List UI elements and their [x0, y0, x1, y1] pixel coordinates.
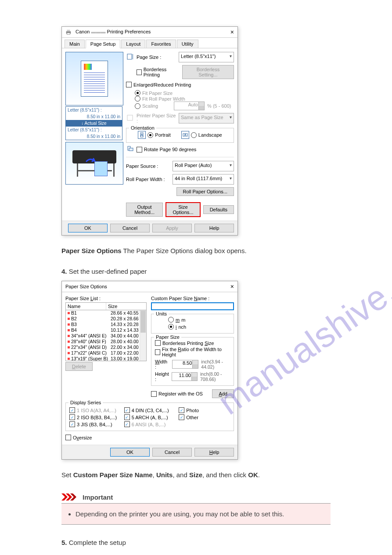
rotate-icon — [126, 145, 134, 153]
width-label: Width : — [155, 359, 169, 370]
ok-button[interactable]: OK — [68, 224, 108, 232]
table-row[interactable]: 34"x44" (ANSI E)34.00 x 44.00 — [66, 333, 146, 339]
cancel-button-2[interactable]: Cancel — [152, 448, 192, 457]
ok-button-2[interactable]: OK — [110, 448, 150, 457]
close-button[interactable]: × — [230, 29, 234, 36]
close-button-2[interactable]: × — [230, 283, 234, 290]
preview-top-label: Letter (8.5"x11") : — [66, 107, 122, 113]
tab-main[interactable]: Main — [65, 40, 85, 48]
scrollbar[interactable] — [140, 310, 146, 361]
paper-size-list-label: Paper Size List : — [65, 296, 147, 301]
settings-pane: Page Size : Letter (8.5"x11") Borderless… — [126, 52, 234, 217]
series-checkbox[interactable]: ✓3 JIS (B3, B4,...) — [69, 421, 121, 427]
roll-paper-options-button[interactable]: Roll Paper Options... — [176, 187, 234, 196]
size-options-button[interactable]: Size Options... — [165, 202, 200, 217]
series-checkbox: ✓6 ANSI (A, B,...) — [124, 421, 176, 427]
svg-rect-5 — [127, 115, 133, 120]
tab-page-setup[interactable]: Page Setup — [86, 40, 121, 48]
enlarged-reduced-checkbox[interactable]: Enlarged/Reduced Printing — [126, 82, 191, 87]
svg-text:A: A — [184, 133, 186, 136]
printer-paper-size-select: Same as Page Size — [179, 113, 234, 123]
preview-bot-label: Letter (8.5"x11") : — [66, 127, 122, 133]
register-os-checkbox[interactable]: Register with the OS — [151, 391, 203, 397]
series-checkbox: ✓1 ISO A(A3, A4,...) — [69, 407, 121, 413]
series-checkbox[interactable]: ✓Other — [179, 414, 230, 420]
table-row[interactable]: 22"x34" (ANSI D)22.00 x 34.00 — [66, 345, 146, 350]
fix-ratio-checkbox[interactable]: Fix the Ratio of the Width to Height — [155, 347, 230, 357]
paper-size-icon — [126, 114, 134, 122]
fit-paper-radio: Fit Paper Size — [135, 90, 173, 96]
cancel-button[interactable]: Cancel — [110, 224, 150, 232]
series-checkbox[interactable]: ✓4 DIN (C3, C4,...) — [124, 407, 176, 413]
borderless-size-checkbox[interactable]: Borderless Printing Size — [155, 340, 214, 346]
intertext-1: Paper Size Options The Paper Size Option… — [61, 246, 331, 256]
rotate-checkbox[interactable]: Rotate Page 90 degrees — [137, 147, 196, 152]
borderless-setting-button: Borderless Setting... — [182, 65, 234, 79]
custom-name-input[interactable] — [151, 302, 234, 310]
scaling-radio: Scaling — [135, 103, 158, 109]
page-size-select[interactable]: Letter (8.5"x11") — [179, 52, 234, 62]
table-row[interactable]: B410.12 x 14.33 — [66, 327, 146, 333]
list-header: Name Size — [65, 302, 147, 310]
table-row[interactable]: B314.33 x 20.28 — [66, 322, 146, 327]
landscape-radio[interactable]: Landscape — [191, 132, 222, 138]
page-size-icon — [126, 53, 134, 61]
height-label: Height : — [155, 371, 169, 382]
table-row[interactable]: 28"x40" (ANSI F)28.00 x 40.00 — [66, 339, 146, 345]
series-checkbox[interactable]: ✓Photo — [179, 407, 230, 413]
paper-size-options-dialog: Paper Size Options × Paper Size List : N… — [61, 281, 238, 460]
paper-source-label: Paper Source : — [126, 163, 170, 169]
titlebar: Canon ▬▬▬ Printing Preferences × — [62, 27, 237, 38]
help-button-2[interactable]: Help — [194, 448, 234, 457]
add-button[interactable]: Add — [212, 389, 234, 398]
printing-preferences-dialog: Canon ▬▬▬ Printing Preferences × Main Pa… — [61, 26, 238, 236]
defaults-button[interactable]: Defaults — [203, 205, 234, 214]
titlebar-2: Paper Size Options × — [62, 281, 237, 292]
svg-rect-3 — [127, 54, 132, 59]
oversize-checkbox[interactable]: Oversize — [65, 435, 92, 440]
preview-top-dim: 8.50 in x 11.00 in — [66, 113, 122, 120]
display-series-group: Display Series ✓1 ISO A(A3, A4,...)✓4 DI… — [65, 403, 234, 431]
custom-section: Custom Paper Size Name : Units mm inch P… — [151, 296, 234, 398]
help-button[interactable]: Help — [194, 224, 234, 232]
svg-rect-11 — [129, 148, 133, 151]
scaling-input: Auto — [174, 102, 205, 110]
tab-favorites[interactable]: Favorites — [146, 40, 176, 48]
table-row[interactable]: B220.28 x 28.66 — [66, 316, 146, 322]
svg-text:A: A — [140, 133, 144, 137]
step-5: 5. Complete the setup — [61, 538, 331, 548]
borderless-checkbox[interactable]: Borderless Printing — [137, 67, 180, 77]
roll-width-label: Roll Paper Width : — [126, 177, 170, 182]
tab-layout[interactable]: Layout — [121, 40, 145, 48]
table-row[interactable]: B128.66 x 40.55 — [66, 310, 146, 316]
portrait-radio[interactable]: Portrait — [147, 132, 170, 138]
fit-roll-radio: Fit Roll Paper Width — [135, 96, 185, 102]
dialog2-title: Paper Size Options — [65, 284, 107, 289]
tab-utility[interactable]: Utility — [177, 40, 198, 48]
printer-paper-size-label: Printer Paper Size : — [137, 113, 176, 123]
units-mm-radio[interactable]: mm — [168, 317, 185, 323]
actual-size-bar: ↓ Actual Size — [66, 120, 122, 127]
apply-button: Apply — [152, 224, 192, 232]
set-instruction: Set Custom Paper Size Name, Units, and S… — [61, 470, 331, 480]
units-inch-radio[interactable]: inch — [168, 324, 186, 330]
height-input[interactable]: 11.00 — [172, 372, 198, 381]
custom-name-label: Custom Paper Size Name : — [151, 296, 234, 301]
table-row[interactable]: 17"x22" (ANSI C)17.00 x 22.00 — [66, 350, 146, 356]
paper-size-group: Paper Size Borderless Printing Size Fix … — [151, 337, 234, 386]
delete-button: Delete — [65, 362, 93, 371]
series-checkbox[interactable]: ✓5 ARCH (A, B,...) — [124, 414, 176, 420]
dialog2-button-row: OK Cancel Help — [62, 445, 237, 459]
series-checkbox[interactable]: ✓2 ISO B(B3, B4,...) — [69, 414, 121, 420]
table-row[interactable]: 13"x19" (Super B)13.00 x 19.00 — [66, 356, 146, 361]
paper-size-list-section: Paper Size List : Name Size B128.66 x 40… — [65, 296, 147, 398]
arrow-icon — [86, 157, 99, 166]
svg-rect-2 — [67, 33, 70, 35]
portrait-icon: A — [138, 131, 146, 139]
width-input[interactable]: 8.50 — [172, 360, 198, 369]
paper-size-list[interactable]: B128.66 x 40.55B220.28 x 28.66B314.33 x … — [65, 310, 147, 361]
paper-source-select[interactable]: Roll Paper (Auto) — [173, 161, 234, 171]
important-box: Depending on the printer you are using, … — [61, 503, 331, 525]
output-method-button[interactable]: Output Method... — [126, 203, 163, 217]
roll-width-select[interactable]: 44 in Roll (1117.6mm) — [173, 174, 234, 185]
